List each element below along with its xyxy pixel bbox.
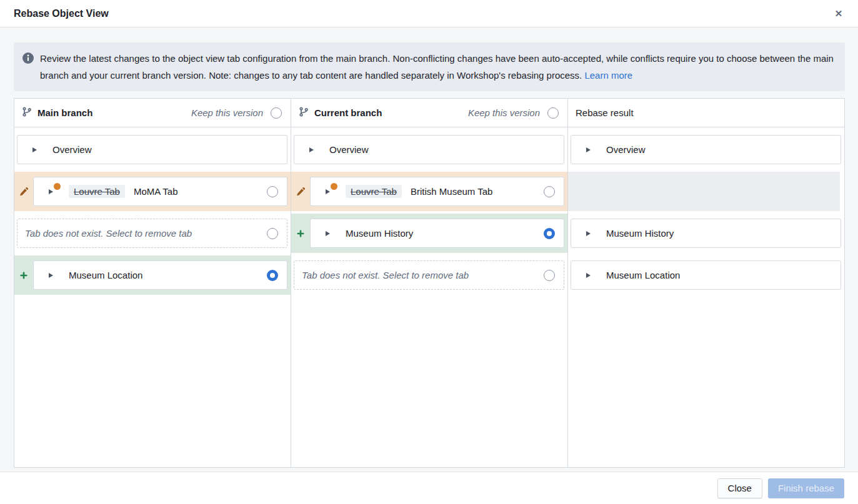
- edit-pencil-icon: [14, 172, 33, 211]
- info-banner: Review the latest changes to the object …: [14, 42, 845, 91]
- tab-label: British Museum Tab: [411, 186, 492, 197]
- select-main-version-radio[interactable]: [267, 186, 278, 197]
- tab-label: Overview: [329, 144, 369, 155]
- keep-main-branch-radio[interactable]: [271, 107, 282, 119]
- tab-label: Museum History: [606, 228, 674, 239]
- banner-message: Review the latest changes to the object …: [40, 53, 834, 81]
- caret-right-icon[interactable]: [586, 273, 591, 278]
- select-remove-tab-radio[interactable]: [544, 270, 555, 281]
- tab-card: Museum History: [571, 219, 841, 248]
- keep-current-branch-radio[interactable]: [547, 107, 559, 119]
- old-tab-name-chip: Louvre Tab: [346, 185, 402, 198]
- caret-right-icon[interactable]: [49, 189, 53, 194]
- tab-card[interactable]: Museum Location: [33, 260, 287, 290]
- main-branch-rows: Overview: [14, 127, 291, 297]
- added-plus-icon: [291, 214, 310, 253]
- main-branch-header: Main branch Keep this version: [14, 99, 291, 127]
- learn-more-link[interactable]: Learn more: [584, 70, 632, 81]
- current-branch-rows: Overview: [291, 127, 567, 297]
- tab-row-added: Museum Location: [14, 255, 291, 295]
- tab-row-unresolved: [568, 172, 844, 211]
- column-title: Current branch: [314, 107, 382, 118]
- dialog-body: Review the latest changes to the object …: [0, 27, 858, 472]
- close-button[interactable]: Close: [717, 478, 762, 498]
- caret-right-icon[interactable]: [326, 231, 330, 236]
- current-branch-header: Current branch Keep this version: [291, 99, 567, 127]
- caret-right-icon[interactable]: [586, 231, 591, 236]
- rebase-result-rows: Overview Museum History: [568, 127, 844, 297]
- rebase-dialog: Rebase Object View ✕ Review the latest c…: [0, 0, 858, 504]
- modified-dot-icon: [54, 183, 61, 190]
- page-title: Rebase Object View: [14, 8, 109, 19]
- modified-dot-icon: [331, 183, 337, 190]
- unresolved-placeholder: [568, 172, 840, 211]
- caret-right-icon[interactable]: [49, 273, 53, 278]
- tab-row-location: Museum Location: [568, 255, 844, 295]
- select-main-version-radio[interactable]: [267, 270, 278, 281]
- git-branch-icon: [22, 107, 32, 119]
- tab-row-overview: Overview: [291, 130, 567, 169]
- tab-card: Overview: [571, 135, 841, 164]
- old-tab-name-chip: Louvre Tab: [69, 185, 125, 198]
- tab-row-history: Museum History: [568, 214, 844, 253]
- tab-label: Museum Location: [606, 270, 680, 280]
- caret-right-icon[interactable]: [326, 189, 330, 194]
- tab-card[interactable]: Overview: [294, 135, 564, 164]
- dialog-header: Rebase Object View ✕: [0, 0, 858, 27]
- tab-row-renamed: Louvre Tab British Museum Tab: [291, 172, 567, 211]
- column-main-branch: Main branch Keep this version Overview: [14, 99, 291, 467]
- tab-label: Museum History: [346, 228, 413, 239]
- tab-row-renamed: Louvre Tab MoMA Tab: [14, 172, 291, 211]
- tab-card: Museum Location: [571, 260, 841, 290]
- missing-tab-text: Tab does not exist. Select to remove tab: [302, 270, 469, 280]
- rebase-result-header: Rebase result: [568, 99, 844, 127]
- select-remove-tab-radio[interactable]: [267, 228, 278, 239]
- finish-rebase-button[interactable]: Finish rebase: [768, 478, 844, 498]
- dialog-footer: Close Finish rebase: [0, 472, 858, 504]
- banner-text: Review the latest changes to the object …: [40, 50, 836, 84]
- tab-row-added: Museum History: [291, 214, 567, 253]
- tab-label: Overview: [606, 144, 646, 155]
- tab-row-missing: Tab does not exist. Select to remove tab: [14, 214, 291, 253]
- tab-card[interactable]: Museum History: [310, 219, 564, 248]
- column-current-branch: Current branch Keep this version Overvie…: [291, 99, 568, 467]
- git-branch-icon: [299, 107, 309, 119]
- close-icon[interactable]: ✕: [832, 7, 846, 21]
- added-plus-icon: [14, 255, 33, 295]
- select-current-version-radio[interactable]: [544, 228, 555, 239]
- tab-card[interactable]: Overview: [17, 135, 287, 164]
- tab-label: Overview: [52, 144, 92, 155]
- info-icon: [22, 52, 34, 84]
- tab-row-overview: Overview: [568, 130, 844, 169]
- tab-row-missing: Tab does not exist. Select to remove tab: [291, 255, 567, 295]
- edit-pencil-icon: [291, 172, 310, 211]
- keep-version-label: Keep this version: [468, 107, 540, 118]
- tab-label: Museum Location: [69, 270, 142, 280]
- caret-right-icon[interactable]: [309, 147, 314, 152]
- column-title: Rebase result: [576, 107, 634, 118]
- caret-right-icon[interactable]: [586, 147, 591, 152]
- rebase-table: Main branch Keep this version Overview: [14, 98, 845, 468]
- tab-row-overview: Overview: [14, 130, 291, 169]
- select-current-version-radio[interactable]: [544, 186, 555, 197]
- missing-tab-card[interactable]: Tab does not exist. Select to remove tab: [17, 219, 287, 248]
- column-title: Main branch: [37, 107, 92, 118]
- keep-version-label: Keep this version: [191, 107, 263, 118]
- missing-tab-text: Tab does not exist. Select to remove tab: [25, 228, 192, 239]
- tab-card[interactable]: Louvre Tab MoMA Tab: [33, 177, 287, 206]
- tab-label: MoMA Tab: [134, 186, 178, 197]
- missing-tab-card[interactable]: Tab does not exist. Select to remove tab: [294, 260, 564, 290]
- column-rebase-result: Rebase result Overview: [568, 99, 844, 467]
- tab-card[interactable]: Louvre Tab British Museum Tab: [310, 177, 564, 206]
- caret-right-icon[interactable]: [32, 147, 37, 152]
